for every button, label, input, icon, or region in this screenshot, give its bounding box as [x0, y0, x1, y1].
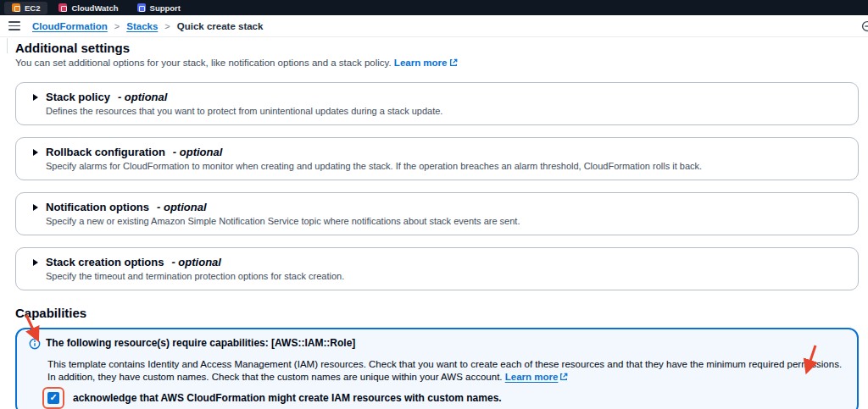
expandable-section-description: Specify the timeout and termination prot…	[46, 270, 844, 282]
section-description-text: You can set additional options for your …	[15, 58, 392, 68]
browser-tab-cloudwatch[interactable]: CloudWatch	[51, 2, 125, 14]
acknowledge-row: acknowledge that AWS CloudFormation migh…	[47, 392, 843, 404]
capabilities-title: Capabilities	[15, 305, 859, 321]
expand-caret-icon	[33, 94, 38, 101]
expandable-section-notification-options[interactable]: Notification options - optional Specify …	[15, 192, 859, 235]
breadcrumb-bar: CloudFormation > Stacks > Quick create s…	[0, 15, 868, 37]
breadcrumb-cloudformation[interactable]: CloudFormation	[32, 21, 108, 31]
expandable-section-stack-creation-options[interactable]: Stack creation options - optional Specif…	[15, 247, 859, 290]
browser-tab-label: Support	[150, 3, 181, 13]
alert-body: This template contains Identity and Acce…	[47, 358, 843, 384]
breadcrumb-current-page: Quick create stack	[177, 21, 264, 31]
optional-label: - optional	[173, 145, 223, 159]
browser-tab-ec2[interactable]: EC2	[4, 2, 47, 14]
expandable-section-stack-policy[interactable]: Stack policy - optional Defines the reso…	[15, 82, 859, 125]
alert-body-text: This template contains Identity and Acce…	[47, 359, 842, 382]
expandable-section-rollback-configuration[interactable]: Rollback configuration - optional Specif…	[15, 137, 859, 180]
breadcrumb-separator: >	[164, 21, 170, 31]
expandable-section-title: Stack policy	[46, 90, 110, 104]
cloudwatch-favicon-icon	[58, 3, 67, 12]
section-description: You can set additional options for your …	[15, 57, 859, 70]
acknowledge-checkbox[interactable]	[47, 392, 59, 404]
browser-tab-label: EC2	[25, 3, 40, 13]
ec2-favicon-icon	[12, 3, 20, 12]
expandable-section-title: Stack creation options	[46, 255, 164, 269]
side-nav-divider	[7, 38, 8, 53]
capabilities-alert: The following resource(s) require capabi…	[15, 328, 859, 409]
browser-tab-label: CloudWatch	[71, 3, 118, 13]
main-content: Additional settings You can set addition…	[0, 37, 868, 409]
external-link-icon	[449, 58, 458, 70]
expand-caret-icon	[33, 149, 38, 156]
expandable-section-title: Rollback configuration	[46, 145, 165, 159]
learn-more-link[interactable]: Learn more	[394, 58, 448, 68]
learn-more-link[interactable]: Learn more	[505, 372, 559, 382]
info-icon	[29, 338, 41, 353]
support-favicon-icon	[137, 3, 146, 12]
external-link-icon	[559, 372, 568, 384]
browser-tab-support[interactable]: Support	[130, 2, 188, 14]
breadcrumb-separator: >	[114, 21, 120, 31]
expand-caret-icon	[33, 259, 38, 266]
expandable-section-title: Notification options	[46, 200, 149, 214]
optional-label: - optional	[171, 255, 221, 269]
optional-label: - optional	[118, 90, 168, 104]
breadcrumb-stacks[interactable]: Stacks	[126, 21, 158, 31]
expandable-section-description: Specify a new or existing Amazon Simple …	[46, 215, 844, 227]
info-panel-icon[interactable]	[861, 20, 868, 32]
page-section-title: Additional settings	[15, 40, 859, 56]
menu-icon[interactable]	[8, 21, 20, 30]
expandable-section-description: Defines the resources that you want to p…	[46, 105, 844, 117]
expand-caret-icon	[33, 204, 38, 211]
expandable-section-description: Specify alarms for CloudFormation to mon…	[46, 160, 844, 172]
acknowledge-label: acknowledge that AWS CloudFormation migh…	[73, 392, 502, 404]
browser-tab-bar: EC2 CloudWatch Support	[0, 0, 868, 15]
alert-title: The following resource(s) require capabi…	[46, 337, 355, 350]
optional-label: - optional	[157, 200, 207, 214]
